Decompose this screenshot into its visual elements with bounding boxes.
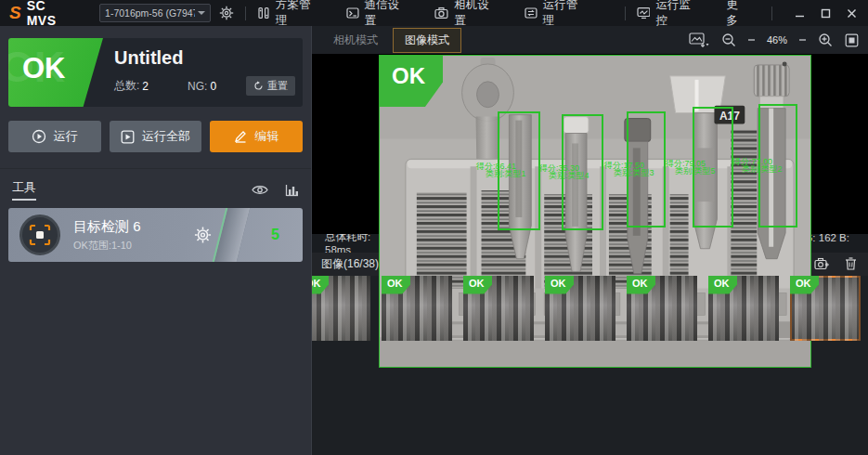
close-icon[interactable] — [847, 8, 857, 19]
detection-class-label: 类别:类型3 — [614, 169, 654, 177]
thumbnail-status-badge: OK — [382, 276, 410, 294]
edit-button[interactable]: 编辑 — [210, 121, 303, 152]
total-value: 2 — [142, 80, 149, 93]
edit-label: 编辑 — [254, 128, 279, 145]
titlebar-separator — [625, 6, 626, 20]
run-manage-icon — [525, 6, 538, 20]
scheme-icon — [257, 6, 270, 20]
menu-label: 相机设置 — [454, 0, 500, 29]
window-controls — [795, 8, 857, 19]
menu-camera-settings[interactable]: 相机设置 — [434, 0, 500, 29]
zoom-decrease-dash-icon — [748, 39, 755, 41]
detection-class-label: 类别:类型4 — [549, 172, 589, 180]
tab-image-mode[interactable]: 图像模式 — [393, 28, 461, 53]
titlebar-separator — [771, 6, 772, 20]
minimize-icon[interactable] — [795, 8, 805, 19]
solution-title: Untitled — [114, 47, 295, 69]
thumbnail-status-badge: OK — [312, 276, 329, 294]
menu-label: 通信设置 — [365, 0, 411, 29]
fit-to-window-icon[interactable] — [845, 33, 859, 47]
thumbnail[interactable]: OK — [627, 276, 697, 341]
run-all-label: 运行全部 — [142, 128, 190, 145]
total-label: 总数: — [114, 78, 139, 94]
reset-icon — [253, 81, 264, 91]
titlebar: S SC MVS 1-7016pm-56 (G7947 — [0, 0, 868, 26]
menu-run-monitoring[interactable]: 运行监控 — [637, 0, 703, 29]
zoom-increase-dash-icon — [799, 39, 806, 41]
run-label: 运行 — [54, 128, 78, 145]
menu-label: 运行监控 — [655, 0, 702, 29]
chevron-down-icon — [198, 11, 205, 15]
thumbnail-status-badge: OK — [463, 276, 492, 294]
play-circle-icon — [32, 129, 46, 144]
titlebar-separator — [245, 6, 246, 20]
menu-label: 方案管理 — [276, 0, 322, 29]
thumbnail[interactable]: OK — [708, 276, 779, 341]
detection-class-label: 类别:类型5 — [675, 167, 716, 176]
thumbnail[interactable]: OK — [463, 276, 534, 341]
thumbnail[interactable]: OK — [382, 276, 452, 341]
left-panel: OK Untitled 总数: 2 NG: 0 — [0, 26, 312, 455]
menu-communication-settings[interactable]: 通信设置 — [346, 0, 411, 29]
image-viewport[interactable]: A17 得分:86.41类别:类型1得分:35.30类别:类型4得分:17.50… — [312, 54, 868, 234]
main-panel: 相机模式 图像模式 46% — [312, 26, 868, 455]
gear-icon — [219, 6, 234, 20]
result-status-text: OK — [22, 52, 66, 85]
delete-icon[interactable] — [845, 257, 857, 270]
eye-icon[interactable] — [252, 184, 268, 196]
tool-ok-range: OK范围:1-10 — [73, 239, 141, 253]
play-square-icon — [121, 130, 135, 144]
menu-label: 运行管理 — [543, 0, 589, 29]
zoom-out-icon[interactable] — [721, 32, 736, 47]
add-camera-image-icon[interactable] — [814, 257, 829, 270]
device-dropdown[interactable]: 1-7016pm-56 (G7947 — [99, 4, 211, 22]
run-all-button[interactable]: 运行全部 — [110, 121, 202, 152]
tool-card-target-detection[interactable]: 目标检测 6 OK范围:1-10 — [8, 208, 303, 262]
menu-run-management[interactable]: 运行管理 — [525, 0, 589, 29]
pencil-icon — [234, 130, 247, 143]
reset-label: 重置 — [267, 79, 288, 93]
menu-scheme-management[interactable]: 方案管理 — [257, 0, 322, 29]
maximize-icon[interactable] — [821, 8, 831, 19]
monitor-icon — [637, 6, 651, 20]
tool-card-divider — [211, 208, 252, 262]
result-card: OK Untitled 总数: 2 NG: 0 — [8, 38, 303, 107]
run-button[interactable]: 运行 — [8, 121, 101, 152]
app-logo-icon: S — [9, 3, 21, 23]
app-brand: SC MVS — [27, 0, 79, 28]
panel-divider — [0, 168, 311, 169]
terminal-icon — [346, 6, 359, 20]
view-tabbar: 相机模式 图像模式 46% — [312, 26, 868, 54]
app-window: S SC MVS 1-7016pm-56 (G7947 — [0, 0, 868, 455]
thumbnail-status-badge: OK — [790, 276, 819, 294]
tool-settings-button[interactable] — [194, 227, 212, 244]
gear-icon — [194, 227, 212, 244]
image-count-label: 图像(16/38) — [321, 256, 379, 272]
device-settings-button[interactable] — [219, 6, 234, 20]
thumbnail-status-badge: OK — [627, 276, 655, 294]
ng-label: NG: — [188, 80, 207, 93]
zoom-level: 46% — [767, 34, 787, 46]
target-detection-icon — [19, 214, 60, 255]
ng-value: 0 — [210, 80, 216, 93]
more-menu[interactable]: 更多 — [726, 0, 749, 29]
reset-button[interactable]: 重置 — [246, 76, 295, 96]
thumbnail[interactable]: OK — [312, 276, 370, 341]
tab-camera-mode[interactable]: 相机模式 — [321, 28, 390, 53]
thumbnail[interactable]: OK — [790, 276, 861, 341]
histogram-icon[interactable] — [285, 184, 299, 197]
tools-tab[interactable]: 工具 — [12, 179, 36, 201]
thumbnail[interactable]: OK — [545, 276, 615, 341]
thumbnail-status-badge: OK — [708, 276, 737, 294]
image-export-icon[interactable] — [689, 32, 709, 47]
zoom-in-icon[interactable] — [818, 32, 833, 47]
tool-name: 目标检测 6 — [73, 218, 141, 236]
detection-class-label: 类别:类型1 — [486, 170, 526, 178]
detection-class-label: 类别:类型2 — [742, 165, 783, 174]
thumbnail-status-badge: OK — [545, 276, 574, 294]
tool-score-value: 5 — [271, 227, 279, 243]
device-dropdown-value: 1-7016pm-56 (G7947 — [105, 7, 195, 19]
camera-icon — [434, 6, 448, 20]
